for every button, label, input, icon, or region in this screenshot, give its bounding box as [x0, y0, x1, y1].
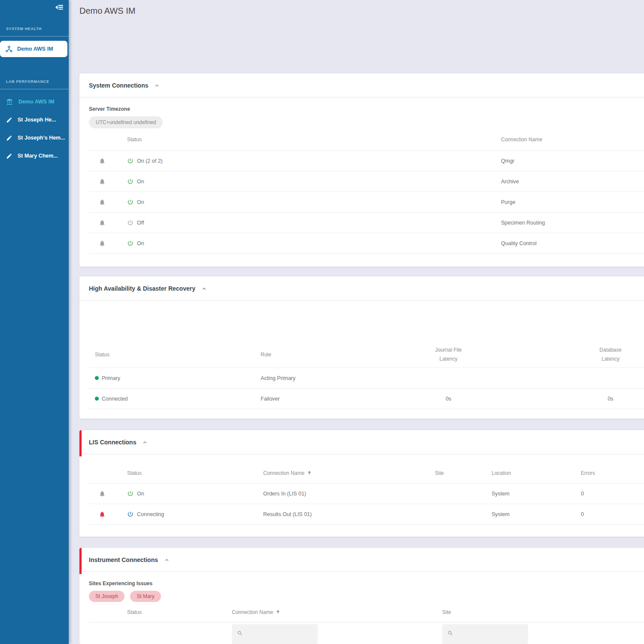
- bell-icon[interactable]: [99, 490, 106, 497]
- chevron-up-icon: [142, 440, 148, 445]
- table-row: Connected Failover 0s 0s: [89, 389, 644, 409]
- power-icon: [127, 490, 134, 497]
- alert-accent-bar: [79, 548, 82, 574]
- column-connection-name: Connection Name: [232, 609, 273, 615]
- status-text: Off: [137, 220, 144, 226]
- connection-name: Purge: [501, 199, 644, 205]
- sidebar-item-demo-aws-im-system-health[interactable]: Demo AWS IM: [0, 41, 67, 57]
- page-title: Demo AWS IM: [79, 0, 644, 16]
- database-latency: 0s: [495, 396, 644, 402]
- sites-experiencing-issues-label: Sites Experiencing Issues: [89, 580, 644, 586]
- sidebar-item-st-joseph-he[interactable]: St Joseph He...: [0, 111, 69, 129]
- pencil-icon: [6, 153, 12, 159]
- column-location: Location: [492, 470, 581, 476]
- column-journal-file-latency: Journal FileLatency: [435, 346, 462, 363]
- sidebar-item-demo-aws-im-lab[interactable]: Demo AWS IM: [0, 93, 69, 111]
- power-icon: [127, 511, 134, 517]
- site-issue-badge: St Mary: [130, 591, 161, 602]
- power-icon: [127, 178, 134, 185]
- column-site: Site: [442, 609, 644, 615]
- sidebar-item-label: St Joseph's Hem...: [18, 135, 65, 141]
- table-row: Primary Acting Primary: [89, 368, 644, 389]
- connection-name: Archive: [501, 179, 644, 185]
- alert-bell-icon[interactable]: [99, 511, 106, 518]
- table-header: Status Connection Name Site: [89, 602, 644, 623]
- sidebar-section-lab-performance: LAB PERFORMANCE: [6, 79, 69, 84]
- connection-name: Quality Control: [501, 240, 644, 246]
- table-row: On Quality Control: [89, 233, 644, 254]
- connection-name: Orders In (LIS 01): [263, 491, 435, 497]
- status-dot-green: [95, 397, 99, 401]
- connection-name: Specimen Routing: [501, 220, 644, 226]
- sidebar-divider: [0, 36, 69, 36]
- sidebar-item-st-josephs-hem[interactable]: St Joseph's Hem...: [0, 129, 69, 147]
- filter-row: [89, 624, 644, 644]
- status-text: On (2 of 2): [137, 158, 163, 164]
- search-icon: [237, 630, 243, 638]
- hadr-empty-area: [89, 301, 644, 341]
- location-text: System: [492, 491, 581, 497]
- divider: [79, 571, 644, 572]
- divider: [79, 97, 644, 97]
- table-header: Status Connection Name: [89, 128, 644, 151]
- column-connection-name: Connection Name: [501, 137, 644, 143]
- sort-ascending-icon[interactable]: [307, 471, 312, 475]
- site-issue-badge: St Joseph: [89, 591, 125, 602]
- status-text: On: [137, 199, 144, 205]
- table-row: Off Specimen Routing: [89, 213, 644, 233]
- sidebar-item-st-mary-chem[interactable]: St Mary Chem...: [0, 147, 69, 165]
- column-role: Role: [261, 352, 402, 358]
- chevron-up-icon: [164, 557, 170, 563]
- lis-connections-card: LIS Connections Status Connection Name: [79, 430, 644, 537]
- status-text: On: [137, 491, 144, 497]
- column-database-latency: DatabaseLatency: [599, 346, 621, 363]
- pencil-icon: [6, 135, 12, 141]
- bank-icon: [6, 98, 13, 106]
- sidebar-divider: [0, 89, 69, 89]
- instrument-connections-header[interactable]: Instrument Connections: [79, 548, 644, 571]
- role-text: Failover: [261, 396, 402, 402]
- site-filter-input[interactable]: [442, 624, 528, 644]
- connection-name: Qmgr: [501, 158, 644, 164]
- column-errors: Errors: [581, 470, 644, 476]
- bell-icon[interactable]: [99, 219, 106, 226]
- table-header: Status Connection Name Site Location Err…: [89, 463, 644, 483]
- connection-name-filter-input[interactable]: [232, 624, 318, 644]
- connection-name: Results Out (LIS 01): [263, 511, 435, 517]
- sidebar-item-label: Demo AWS IM: [18, 99, 55, 105]
- hadr-header[interactable]: High Availability & Disaster Recovery: [79, 276, 644, 300]
- lis-connections-header[interactable]: LIS Connections: [79, 430, 644, 454]
- power-icon: [127, 199, 134, 205]
- hub-icon: [5, 45, 13, 53]
- column-status: Status: [127, 137, 501, 143]
- hadr-card: High Availability & Disaster Recovery St…: [79, 276, 644, 419]
- chevron-up-icon: [154, 83, 160, 88]
- bell-icon[interactable]: [99, 240, 106, 247]
- table-row: On Orders In (LIS 01) System 0: [89, 483, 644, 504]
- power-icon: [127, 240, 134, 246]
- errors-count: 0: [581, 511, 644, 517]
- table-row: On Purge: [89, 192, 644, 213]
- column-status: Status: [127, 470, 263, 476]
- status-dot-green: [95, 376, 99, 380]
- column-status: Status: [89, 352, 261, 358]
- section-title: High Availability & Disaster Recovery: [89, 285, 195, 292]
- bell-icon[interactable]: [99, 158, 106, 164]
- instrument-connections-card: Instrument Connections Sites Experiencin…: [79, 548, 644, 644]
- collapse-left-icon: [55, 4, 64, 12]
- system-connections-header[interactable]: System Connections: [79, 73, 644, 97]
- journal-latency: 0s: [402, 396, 495, 402]
- table-row: Connecting Results Out (LIS 01) System 0: [89, 504, 644, 525]
- chevron-up-icon: [201, 286, 207, 292]
- bell-icon[interactable]: [99, 199, 106, 206]
- power-icon: [127, 219, 134, 226]
- bell-icon[interactable]: [99, 178, 106, 185]
- sidebar-collapse-button[interactable]: [55, 4, 64, 12]
- sort-ascending-icon[interactable]: [276, 610, 280, 614]
- section-title: LIS Connections: [89, 439, 136, 446]
- server-timezone-label: Server Timezone: [89, 106, 644, 112]
- column-site: Site: [435, 470, 492, 476]
- system-connections-card: System Connections Server Timezone UTC+u…: [79, 73, 644, 267]
- server-timezone-pill: UTC+undefined undefined: [89, 116, 163, 128]
- alert-accent-bar: [79, 430, 82, 456]
